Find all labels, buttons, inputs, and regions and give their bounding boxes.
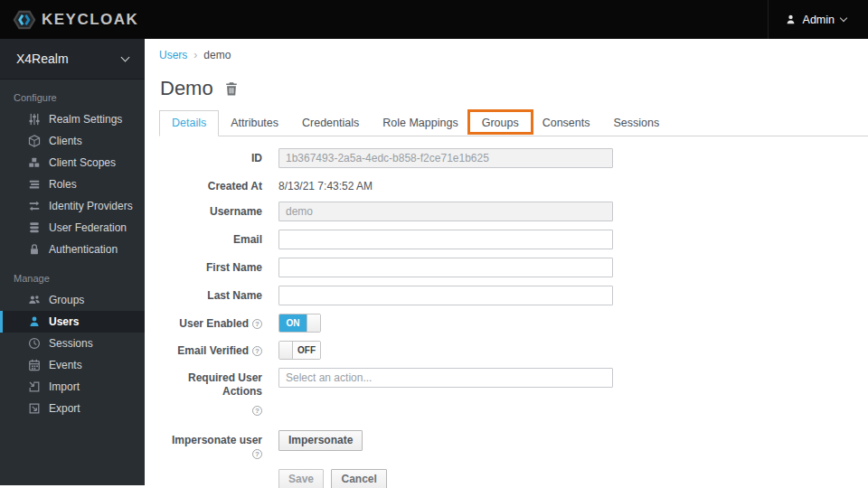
last-name-field[interactable]	[278, 286, 613, 305]
required-actions-row: Required User Actions?	[159, 368, 868, 418]
clock-icon	[27, 337, 41, 351]
lock-icon	[27, 243, 41, 257]
tab-bar: Details Attributes Credentials Role Mapp…	[159, 110, 868, 136]
admin-user-label: Admin	[803, 14, 835, 26]
sidebar-item-label: Import	[49, 380, 80, 393]
sidebar-item-import[interactable]: Import	[0, 376, 145, 398]
sidebar-item-events[interactable]: Events	[0, 354, 145, 376]
tab-attributes[interactable]: Attributes	[219, 111, 290, 136]
keycloak-logo-icon	[13, 8, 36, 32]
toggle-on-label: ON	[279, 314, 307, 332]
id-field	[278, 148, 613, 168]
trash-icon[interactable]	[224, 81, 239, 97]
sidebar-item-identity-providers[interactable]: Identity Providers	[0, 195, 145, 217]
keycloak-admin-console: KEYCLOAK Admin X4Realm Configure Realm S	[0, 0, 868, 488]
calendar-icon	[27, 359, 41, 372]
sidebar-item-sessions[interactable]: Sessions	[0, 333, 145, 354]
first-name-row: First Name	[159, 258, 868, 277]
realm-selector[interactable]: X4Realm	[0, 39, 145, 80]
email-verified-row: Email Verified? OFF	[159, 341, 868, 360]
created-at-label: Created At	[159, 176, 262, 193]
sidebar-item-label: Roles	[49, 178, 77, 191]
user-enabled-toggle[interactable]: ON	[278, 314, 321, 333]
username-field	[278, 202, 613, 221]
tab-consents[interactable]: Consents	[531, 111, 602, 136]
sidebar-item-user-federation[interactable]: User Federation	[0, 217, 145, 239]
sidebar-item-realm-settings[interactable]: Realm Settings	[0, 108, 145, 130]
cubes-icon	[27, 156, 41, 170]
user-icon	[785, 14, 797, 25]
email-label: Email	[159, 230, 262, 249]
import-icon	[27, 380, 41, 394]
sidebar-item-export[interactable]: Export	[0, 398, 145, 419]
sidebar-item-label: Identity Providers	[49, 200, 133, 212]
required-actions-select[interactable]	[278, 368, 613, 388]
toggle-off-label: OFF	[293, 342, 320, 359]
breadcrumb: Users › demo	[159, 49, 868, 61]
sidebar-item-label: User Federation	[49, 221, 127, 234]
cube-icon	[27, 135, 41, 148]
user-enabled-row: User Enabled? ON	[159, 314, 868, 333]
cancel-button[interactable]: Cancel	[331, 469, 386, 488]
created-at-value: 8/13/21 7:43:52 AM	[278, 176, 373, 193]
toggle-knob	[307, 314, 320, 332]
main-content: Users › demo Demo Details Attributes Cre…	[145, 39, 868, 488]
user-icon	[27, 315, 41, 329]
save-button[interactable]: Save	[278, 469, 324, 488]
keycloak-logo: KEYCLOAK	[0, 8, 138, 32]
help-icon[interactable]: ?	[252, 406, 262, 416]
help-icon[interactable]: ?	[252, 346, 262, 356]
list-icon	[27, 178, 41, 192]
help-icon[interactable]: ?	[252, 449, 262, 459]
admin-user-menu[interactable]: Admin	[768, 0, 868, 39]
topbar: KEYCLOAK Admin	[0, 0, 868, 39]
form-actions-row: Save Cancel	[159, 469, 868, 488]
users-icon	[27, 294, 41, 307]
sidebar: X4Realm Configure Realm Settings Clients	[0, 39, 145, 485]
sidebar-item-label: Client Scopes	[49, 156, 116, 169]
email-field[interactable]	[278, 230, 613, 249]
tab-groups[interactable]: Groups	[470, 111, 531, 136]
sidebar-item-label: Export	[49, 402, 80, 415]
created-at-row: Created At 8/13/21 7:43:52 AM	[159, 176, 868, 193]
sidebar-item-label: Realm Settings	[49, 113, 122, 126]
chevron-down-icon	[121, 52, 130, 61]
page-title: Demo	[160, 77, 213, 100]
sidebar-item-label: Clients	[49, 135, 82, 147]
toggle-knob	[279, 342, 293, 359]
sidebar-section-manage: Manage	[0, 260, 145, 289]
sidebar-item-label: Groups	[49, 294, 84, 306]
id-label: ID	[159, 148, 262, 168]
last-name-label: Last Name	[159, 286, 262, 305]
username-label: Username	[159, 202, 262, 221]
breadcrumb-users-link[interactable]: Users	[159, 49, 187, 61]
impersonate-label: Impersonate user?	[159, 430, 262, 461]
sidebar-section-configure: Configure	[0, 80, 145, 108]
first-name-field[interactable]	[278, 258, 613, 277]
sidebar-item-authentication[interactable]: Authentication	[0, 239, 145, 260]
tab-credentials[interactable]: Credentials	[290, 111, 371, 136]
impersonate-button[interactable]: Impersonate	[278, 430, 363, 451]
tab-sessions[interactable]: Sessions	[601, 111, 671, 136]
sidebar-item-client-scopes[interactable]: Client Scopes	[0, 152, 145, 174]
required-actions-label: Required User Actions?	[159, 368, 262, 418]
user-enabled-label: User Enabled?	[159, 314, 262, 333]
sidebar-item-clients[interactable]: Clients	[0, 130, 145, 152]
tab-details[interactable]: Details	[159, 110, 219, 136]
email-verified-toggle[interactable]: OFF	[278, 341, 321, 360]
help-icon[interactable]: ?	[252, 319, 262, 329]
user-details-form: ID Created At 8/13/21 7:43:52 AM Usernam…	[159, 148, 868, 488]
chevron-down-icon	[840, 14, 847, 21]
sidebar-item-roles[interactable]: Roles	[0, 174, 145, 195]
sidebar-item-users[interactable]: Users	[0, 311, 145, 333]
database-icon	[27, 221, 41, 235]
impersonate-row: Impersonate user? Impersonate	[159, 430, 868, 461]
tab-role-mappings[interactable]: Role Mappings	[371, 111, 469, 136]
exchange-arrows-icon	[27, 200, 41, 213]
sidebar-item-groups[interactable]: Groups	[0, 289, 145, 311]
sidebar-item-label: Events	[49, 359, 82, 371]
sidebar-item-label: Users	[49, 315, 79, 328]
sidebar-item-label: Authentication	[49, 243, 118, 256]
export-icon	[27, 402, 41, 416]
breadcrumb-separator: ›	[193, 49, 197, 61]
